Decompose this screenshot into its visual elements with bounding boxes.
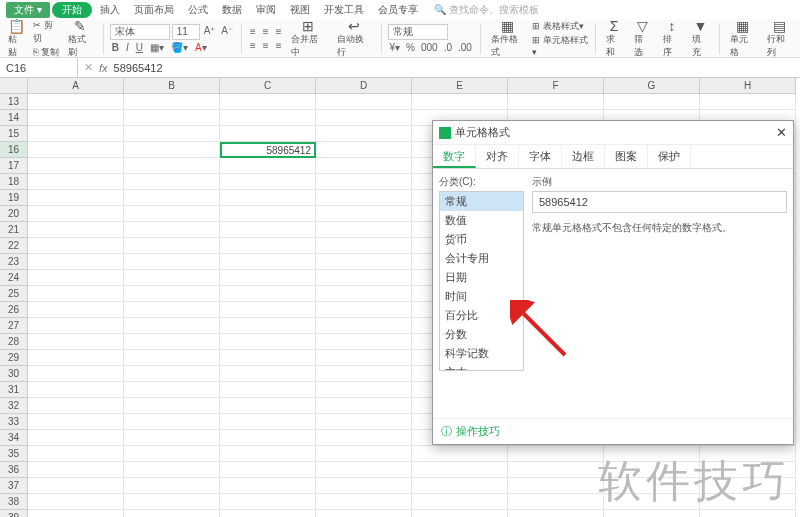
bold-button[interactable]: B — [110, 41, 121, 54]
menu-member[interactable]: 会员专享 — [372, 2, 424, 18]
cell[interactable] — [316, 190, 412, 206]
percent-icon[interactable]: % — [404, 41, 417, 54]
cell[interactable] — [28, 510, 124, 517]
row-header[interactable]: 13 — [0, 94, 28, 110]
cell[interactable] — [700, 510, 796, 517]
cell[interactable] — [604, 446, 700, 462]
cell[interactable] — [28, 142, 124, 158]
cell[interactable] — [28, 302, 124, 318]
cell[interactable] — [220, 366, 316, 382]
fill-button[interactable]: ▼填充 — [688, 17, 713, 61]
cell[interactable] — [700, 94, 796, 110]
cell[interactable] — [508, 462, 604, 478]
cell[interactable] — [28, 446, 124, 462]
format-brush-button[interactable]: ✎格式刷 — [64, 17, 97, 61]
paste-button[interactable]: 📋粘贴 — [4, 17, 29, 61]
cell[interactable] — [220, 126, 316, 142]
row-header[interactable]: 35 — [0, 446, 28, 462]
cell[interactable] — [28, 366, 124, 382]
cell[interactable] — [124, 414, 220, 430]
cell[interactable] — [124, 174, 220, 190]
cell[interactable] — [316, 270, 412, 286]
close-icon[interactable]: ✕ — [776, 125, 787, 140]
cell[interactable]: 58965412 — [220, 142, 316, 158]
cell[interactable] — [28, 478, 124, 494]
cell[interactable] — [508, 510, 604, 517]
dialog-title-bar[interactable]: 单元格格式 ✕ — [433, 121, 793, 145]
cell[interactable] — [220, 430, 316, 446]
cell[interactable] — [220, 222, 316, 238]
cell[interactable] — [28, 430, 124, 446]
row-header[interactable]: 34 — [0, 430, 28, 446]
table-style-button[interactable]: ⊞ 表格样式▾ — [532, 20, 588, 33]
cell[interactable] — [124, 398, 220, 414]
cell[interactable] — [124, 254, 220, 270]
row-header[interactable]: 32 — [0, 398, 28, 414]
row-header[interactable]: 30 — [0, 366, 28, 382]
align-top-icon[interactable]: ≡ — [248, 25, 258, 38]
cell[interactable] — [220, 158, 316, 174]
row-header[interactable]: 19 — [0, 190, 28, 206]
cell[interactable] — [124, 158, 220, 174]
font-shrink-icon[interactable]: A⁻ — [219, 24, 235, 40]
col-header[interactable]: D — [316, 78, 412, 94]
cell[interactable] — [220, 446, 316, 462]
cell[interactable] — [124, 334, 220, 350]
cell[interactable] — [412, 94, 508, 110]
cell[interactable] — [124, 238, 220, 254]
row-header[interactable]: 17 — [0, 158, 28, 174]
col-header[interactable]: F — [508, 78, 604, 94]
cell[interactable] — [220, 462, 316, 478]
cell[interactable] — [508, 94, 604, 110]
row-header[interactable]: 31 — [0, 382, 28, 398]
cell[interactable] — [316, 318, 412, 334]
col-header[interactable]: G — [604, 78, 700, 94]
tab-align[interactable]: 对齐 — [476, 145, 519, 168]
category-list[interactable]: 常规数值货币会计专用日期时间百分比分数科学记数文本特殊自定义 — [439, 191, 524, 371]
cell[interactable] — [28, 94, 124, 110]
cell[interactable] — [316, 254, 412, 270]
cell[interactable] — [220, 174, 316, 190]
cell[interactable] — [124, 446, 220, 462]
cell[interactable] — [316, 222, 412, 238]
row-header[interactable]: 15 — [0, 126, 28, 142]
cell[interactable] — [28, 382, 124, 398]
cell[interactable] — [124, 430, 220, 446]
fx-icon[interactable]: fx — [99, 62, 108, 74]
align-center-icon[interactable]: ≡ — [261, 39, 271, 52]
cell[interactable] — [316, 430, 412, 446]
col-header[interactable]: E — [412, 78, 508, 94]
cell[interactable] — [28, 270, 124, 286]
dec-dec-icon[interactable]: .00 — [456, 41, 474, 54]
cell[interactable] — [316, 94, 412, 110]
cell[interactable] — [124, 302, 220, 318]
cell[interactable] — [412, 478, 508, 494]
cut-button[interactable]: ✂ 剪切 — [33, 19, 60, 45]
cell-style-button[interactable]: ⊞ 单元格样式▾ — [532, 34, 588, 57]
category-item[interactable]: 分数 — [440, 325, 523, 344]
font-grow-icon[interactable]: A⁺ — [202, 24, 218, 40]
cell[interactable] — [124, 126, 220, 142]
cell[interactable] — [28, 414, 124, 430]
align-right-icon[interactable]: ≡ — [274, 39, 284, 52]
cell[interactable] — [28, 206, 124, 222]
row-header[interactable]: 37 — [0, 478, 28, 494]
tab-border[interactable]: 边框 — [562, 145, 605, 168]
cell[interactable] — [412, 446, 508, 462]
cell[interactable] — [220, 510, 316, 517]
cell[interactable] — [604, 494, 700, 510]
row-header[interactable]: 28 — [0, 334, 28, 350]
cell[interactable] — [28, 286, 124, 302]
currency-icon[interactable]: ¥▾ — [388, 41, 403, 54]
category-item[interactable]: 文本 — [440, 363, 523, 371]
cell[interactable] — [220, 334, 316, 350]
cell[interactable] — [124, 382, 220, 398]
cell[interactable] — [124, 222, 220, 238]
wrap-button[interactable]: ↩自动换行 — [333, 17, 375, 61]
cell[interactable] — [124, 366, 220, 382]
menu-review[interactable]: 审阅 — [250, 2, 282, 18]
cell[interactable] — [28, 334, 124, 350]
cell[interactable] — [316, 206, 412, 222]
cell[interactable] — [28, 494, 124, 510]
search-box[interactable]: 🔍 查找命令、搜索模板 — [434, 3, 539, 17]
